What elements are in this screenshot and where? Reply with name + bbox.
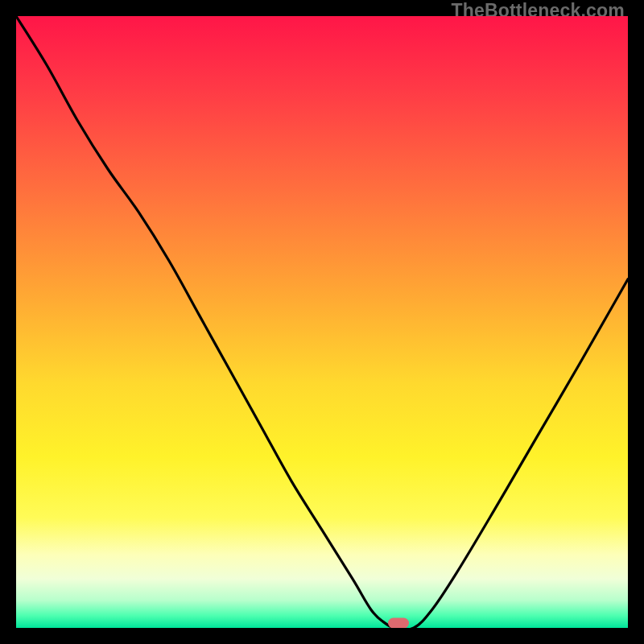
chart-frame: TheBottleneck.com (0, 0, 644, 644)
plot-area (16, 16, 628, 628)
optimal-marker (388, 617, 409, 628)
bottleneck-curve (16, 16, 628, 628)
